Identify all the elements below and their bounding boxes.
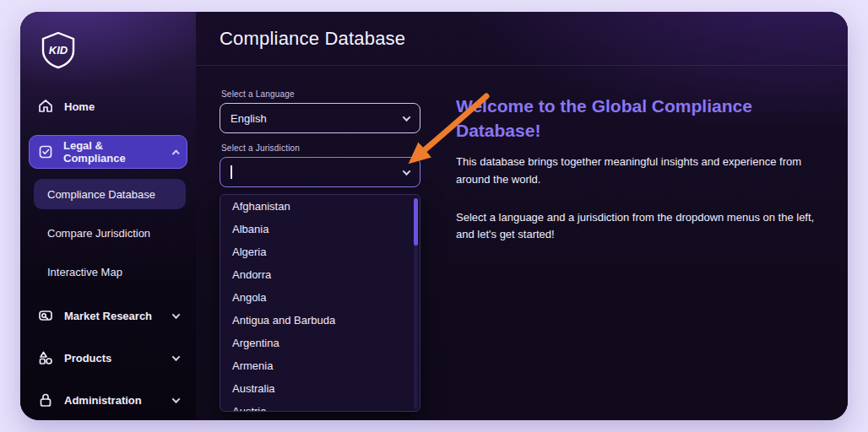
logo-text: KID: [49, 44, 68, 57]
scrollbar-thumb[interactable]: [414, 198, 418, 246]
welcome-paragraph: This database brings together meaningful…: [456, 154, 822, 189]
market-research-icon: [37, 307, 54, 324]
jurisdiction-label: Select a Jurisdiction: [221, 143, 420, 153]
sidebar-item-legal-compliance[interactable]: Legal & Compliance: [29, 135, 187, 169]
dropdown-option[interactable]: Andorra: [220, 263, 420, 286]
chevron-down-icon: [172, 395, 181, 403]
language-value: English: [231, 112, 267, 125]
sidebar-subitem-compare-jurisdiction[interactable]: Compare Jurisdiction: [34, 218, 186, 248]
welcome-panel: Welcome to the Global Compliance Databas…: [456, 86, 822, 412]
sidebar-item-market-research[interactable]: Market Research: [29, 299, 187, 332]
dropdown-option[interactable]: Argentina: [220, 332, 420, 354]
chevron-up-icon: [171, 149, 179, 157]
dropdown-option[interactable]: Albania: [220, 218, 420, 240]
sidebar-item-label: Products: [64, 352, 111, 364]
chevron-down-icon: [172, 310, 181, 319]
sidebar-item-administration[interactable]: Administration: [29, 383, 187, 417]
form-column: Select a Language English Select a Juris…: [220, 86, 420, 412]
sidebar-item-products[interactable]: Products: [29, 341, 187, 375]
language-label: Select a Language: [221, 89, 420, 99]
main-area: Compliance Database Select a Language En…: [196, 12, 848, 420]
sidebar-subitem-label: Compare Jurisdiction: [47, 227, 150, 240]
welcome-paragraph: Select a language and a jurisdiction fro…: [456, 209, 822, 245]
app-logo[interactable]: KID: [39, 30, 78, 69]
page-title: Compliance Database: [220, 28, 405, 50]
sidebar-item-label: Home: [64, 100, 95, 113]
sidebar-subitem-compliance-database[interactable]: Compliance Database: [34, 179, 186, 209]
checklist-icon: [38, 143, 53, 160]
products-shapes-icon: [37, 349, 54, 366]
sidebar-nav: Home Legal & Compliance Compliance Datab…: [20, 78, 196, 417]
sidebar-subitem-label: Interactive Map: [47, 266, 122, 278]
jurisdiction-dropdown-list: Afghanistan Albania Algeria Andorra Ango…: [220, 194, 420, 412]
legal-compliance-sublist: Compliance Database Compare Jurisdiction…: [20, 179, 196, 287]
administration-lock-icon: [37, 392, 54, 408]
app-window: KID Home Legal & Complia: [20, 12, 848, 420]
sidebar-item-label: Market Research: [64, 310, 152, 322]
dropdown-scrollbar[interactable]: [414, 198, 418, 409]
dropdown-option[interactable]: Armenia: [220, 354, 420, 377]
sidebar-item-label: Legal & Compliance: [63, 139, 153, 165]
jurisdiction-combobox[interactable]: [220, 157, 420, 187]
language-select[interactable]: English: [220, 103, 420, 133]
sidebar-subitem-label: Compliance Database: [47, 188, 155, 201]
dropdown-option[interactable]: Algeria: [220, 240, 420, 263]
dropdown-option[interactable]: Austria: [220, 400, 420, 412]
dropdown-option[interactable]: Australia: [220, 377, 420, 400]
dropdown-option[interactable]: Antigua and Barbuda: [220, 309, 420, 332]
welcome-heading: Welcome to the Global Compliance Databas…: [456, 94, 819, 143]
home-icon: [37, 98, 54, 115]
sidebar-item-home[interactable]: Home: [29, 89, 187, 123]
sidebar-item-label: Administration: [64, 394, 142, 407]
page-header: Compliance Database: [196, 12, 848, 66]
dropdown-option[interactable]: Angola: [220, 286, 420, 309]
sidebar-subitem-interactive-map[interactable]: Interactive Map: [34, 256, 186, 287]
chevron-down-icon: [172, 353, 181, 361]
sidebar: KID Home Legal & Complia: [20, 12, 196, 420]
dropdown-option[interactable]: Afghanistan: [220, 195, 420, 218]
chevron-down-icon: [403, 113, 411, 122]
chevron-down-icon: [403, 167, 411, 176]
